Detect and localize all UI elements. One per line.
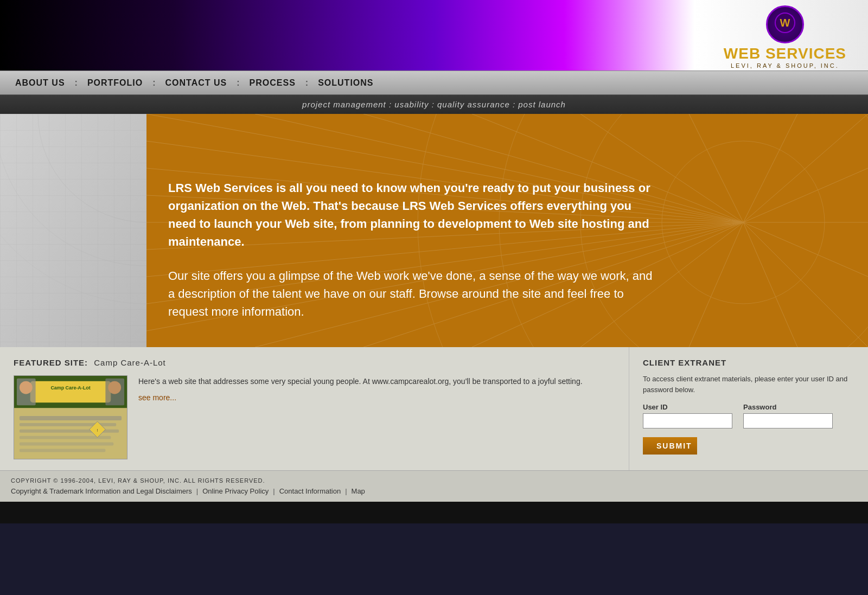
logo-letter: W bbox=[774, 12, 796, 37]
password-group: Password bbox=[743, 403, 833, 428]
footer-copyright: COPYRIGHT © 1996-2004, LEVI, RAY & SHOUP… bbox=[11, 477, 857, 484]
logo-text: WEB SERVICES bbox=[724, 46, 846, 61]
client-extranet: CLIENT EXTRANET To access client extrane… bbox=[629, 347, 868, 470]
footer-sep-3: | bbox=[345, 487, 347, 495]
footer-link-copyright[interactable]: Copyright & Trademark Information and Le… bbox=[11, 487, 192, 495]
svg-rect-44 bbox=[20, 416, 122, 420]
svg-rect-48 bbox=[20, 443, 113, 446]
svg-text:!: ! bbox=[97, 428, 98, 432]
see-more-link[interactable]: see more... bbox=[138, 392, 615, 404]
svg-rect-49 bbox=[20, 449, 105, 452]
svg-rect-2 bbox=[0, 114, 146, 347]
tagline-text: project management : usability : quality… bbox=[302, 100, 566, 109]
main-wrapper: LRS Web Services is all you need to know… bbox=[0, 114, 868, 347]
featured-desc-text: Here's a web site that addresses some ve… bbox=[138, 377, 583, 386]
svg-line-23 bbox=[689, 114, 743, 222]
svg-line-30 bbox=[743, 222, 797, 347]
extranet-description: To access client extranet materials, ple… bbox=[643, 374, 854, 395]
bottom-bar bbox=[0, 502, 868, 523]
svg-line-26 bbox=[743, 168, 868, 222]
footer-link-privacy[interactable]: Online Privacy Policy bbox=[202, 487, 269, 495]
header: W WEB SERVICES LEVI, RAY & SHOUP, INC. bbox=[0, 0, 868, 71]
nav-about-us[interactable]: ABOUT US bbox=[5, 78, 75, 88]
lower-area: FEATURED SITE: Camp Care-A-Lot Camp Care… bbox=[0, 347, 868, 470]
featured-label: FEATURED SITE: bbox=[14, 358, 88, 367]
login-fields: User ID Password bbox=[643, 403, 854, 428]
svg-line-31 bbox=[689, 222, 743, 347]
navbar: ABOUT US : PORTFOLIO : CONTACT US : PROC… bbox=[0, 71, 868, 95]
svg-text:W: W bbox=[780, 17, 790, 29]
featured-title: FEATURED SITE: Camp Care-A-Lot bbox=[14, 358, 615, 367]
user-id-group: User ID bbox=[643, 403, 732, 428]
svg-text:Camp Care-A-Lot: Camp Care-A-Lot bbox=[50, 385, 90, 391]
featured-content: Camp Care-A-Lot ! bbox=[14, 375, 615, 459]
password-label: Password bbox=[743, 403, 833, 411]
featured-description: Here's a web site that addresses some ve… bbox=[138, 375, 615, 459]
footer: COPYRIGHT © 1996-2004, LEVI, RAY & SHOUP… bbox=[0, 470, 868, 502]
nav-portfolio[interactable]: PORTFOLIO bbox=[78, 78, 152, 88]
featured-site-name: Camp Care-A-Lot bbox=[94, 358, 166, 367]
left-sidebar bbox=[0, 114, 146, 347]
hero-paragraph-1: LRS Web Services is all you need to know… bbox=[168, 179, 656, 251]
svg-point-43 bbox=[108, 381, 121, 394]
svg-line-25 bbox=[743, 114, 868, 222]
logo-subtext: LEVI, RAY & SHOUP, INC. bbox=[731, 62, 839, 69]
nav-solutions[interactable]: SOLUTIONS bbox=[308, 78, 383, 88]
footer-link-map[interactable]: Map bbox=[352, 487, 365, 495]
hero-paragraph-2: Our site offers you a glimpse of the Web… bbox=[168, 267, 656, 321]
tagline-bar: project management : usability : quality… bbox=[0, 95, 868, 114]
logo-icon: W bbox=[766, 5, 804, 43]
login-form: User ID Password SUBMIT bbox=[643, 403, 854, 455]
footer-sep-1: | bbox=[196, 487, 198, 495]
svg-rect-38 bbox=[30, 381, 111, 403]
hero-section: LRS Web Services is all you need to know… bbox=[146, 114, 868, 347]
footer-link-contact[interactable]: Contact Information bbox=[279, 487, 341, 495]
svg-line-29 bbox=[743, 222, 868, 347]
svg-point-42 bbox=[20, 381, 33, 394]
svg-line-28 bbox=[743, 222, 868, 277]
password-input[interactable] bbox=[743, 413, 833, 428]
user-id-label: User ID bbox=[643, 403, 732, 411]
svg-line-24 bbox=[743, 114, 797, 222]
featured-site: FEATURED SITE: Camp Care-A-Lot Camp Care… bbox=[0, 347, 629, 470]
footer-sep-2: | bbox=[273, 487, 275, 495]
nav-contact-us[interactable]: CONTACT US bbox=[156, 78, 237, 88]
featured-image: Camp Care-A-Lot ! bbox=[14, 375, 127, 459]
nav-process[interactable]: PROCESS bbox=[240, 78, 305, 88]
user-id-input[interactable] bbox=[643, 413, 732, 428]
footer-links: Copyright & Trademark Information and Le… bbox=[11, 487, 857, 495]
logo-area: W WEB SERVICES LEVI, RAY & SHOUP, INC. bbox=[724, 5, 846, 69]
extranet-title: CLIENT EXTRANET bbox=[643, 358, 854, 367]
submit-button[interactable]: SUBMIT bbox=[643, 437, 697, 455]
sidebar-grid-svg bbox=[0, 114, 146, 347]
